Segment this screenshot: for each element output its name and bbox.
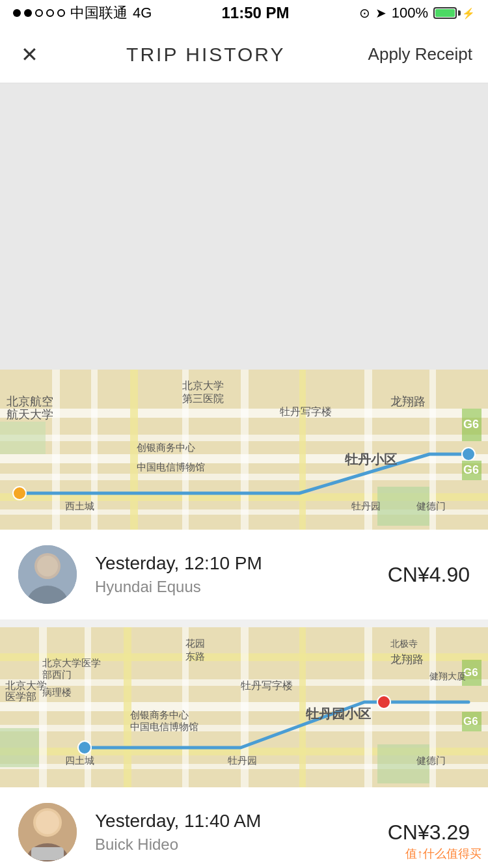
svg-text:北京航空: 北京航空 <box>7 395 53 408</box>
status-left: 中国联通 4G <box>13 3 152 23</box>
svg-text:牡丹小区: 牡丹小区 <box>344 452 397 467</box>
svg-text:牡丹写字楼: 牡丹写字楼 <box>241 680 293 691</box>
svg-rect-11 <box>241 370 249 530</box>
signal-dot-3 <box>35 9 43 17</box>
svg-rect-83 <box>31 847 64 860</box>
trip-vehicle-2: Buick Hideo <box>95 835 388 854</box>
watermark: 值↑什么值得买 <box>405 846 481 861</box>
map-svg-2: 北京大学 医学部 北京大学医学 部西门 病理楼 创银商务中心 中国电信博物馆 花… <box>0 627 488 787</box>
page-title: TRIP HISTORY <box>126 44 285 66</box>
svg-text:中国电信博物馆: 中国电信博物馆 <box>137 461 205 472</box>
status-right: ⊙ ➤ 100% ⚡ <box>359 5 475 21</box>
trip-details-2: Yesterday, 11:40 AM Buick Hideo <box>95 811 388 854</box>
trip-price-2: CN¥3.29 <box>388 821 470 845</box>
svg-text:东路: 东路 <box>185 651 205 662</box>
trip-price-1: CN¥4.90 <box>388 563 470 587</box>
signal-dot-5 <box>57 9 65 17</box>
trip-vehicle-1: Hyundai Equus <box>95 578 388 596</box>
battery-fill <box>435 9 455 17</box>
trip-card-1[interactable]: 北京航空 航天大学 北京大学 第三医院 牡丹写字楼 牡丹小区 创银商务中心 中国… <box>0 370 488 619</box>
svg-text:健德门: 健德门 <box>416 755 446 766</box>
svg-text:龙翔路: 龙翔路 <box>390 395 426 408</box>
svg-text:G6: G6 <box>463 418 479 431</box>
carrier-name: 中国联通 <box>70 3 128 23</box>
svg-text:G6: G6 <box>463 463 479 476</box>
svg-point-82 <box>36 811 59 834</box>
svg-text:医学部: 医学部 <box>5 691 36 702</box>
svg-text:中国电信博物馆: 中国电信博物馆 <box>130 721 198 732</box>
svg-point-57 <box>377 696 390 709</box>
trip-datetime-1: Yesterday, 12:10 PM <box>95 553 388 574</box>
signal-dot-1 <box>13 9 21 17</box>
map-svg-1: 北京航空 航天大学 北京大学 第三医院 牡丹写字楼 牡丹小区 创银商务中心 中国… <box>0 370 488 530</box>
svg-rect-12 <box>299 370 306 530</box>
svg-text:牡丹园: 牡丹园 <box>351 500 381 511</box>
driver-avatar-1 <box>18 545 77 604</box>
svg-rect-7 <box>52 370 60 530</box>
signal-dot-2 <box>24 9 32 17</box>
svg-text:花园: 花园 <box>185 638 205 649</box>
trip-datetime-2: Yesterday, 11:40 AM <box>95 811 388 832</box>
svg-text:健翔大厦: 健翔大厦 <box>429 671 466 681</box>
status-bar: 中国联通 4G 11:50 PM ⊙ ➤ 100% ⚡ <box>0 0 488 26</box>
svg-text:航天大学: 航天大学 <box>7 408 53 421</box>
driver-photo-1 <box>18 545 77 604</box>
lock-icon: ⊙ <box>359 5 370 21</box>
trip-map-1: 北京航空 航天大学 北京大学 第三医院 牡丹写字楼 牡丹小区 创银商务中心 中国… <box>0 370 488 530</box>
driver-photo-2 <box>18 803 77 861</box>
svg-text:龙翔路: 龙翔路 <box>390 653 424 666</box>
svg-point-17 <box>13 487 26 500</box>
battery-percent: 100% <box>392 5 428 21</box>
trip-details-1: Yesterday, 12:10 PM Hyundai Equus <box>95 553 388 596</box>
apply-receipt-button[interactable]: Apply Receipt <box>368 44 472 64</box>
svg-text:部西门: 部西门 <box>42 669 72 680</box>
network-type: 4G <box>133 5 152 21</box>
trip-card-2[interactable]: 北京大学 医学部 北京大学医学 部西门 病理楼 创银商务中心 中国电信博物馆 花… <box>0 627 488 868</box>
svg-rect-54 <box>0 728 39 767</box>
svg-text:G6: G6 <box>463 715 478 727</box>
svg-text:北京大学: 北京大学 <box>182 380 224 391</box>
header: ✕ TRIP HISTORY Apply Receipt <box>0 26 488 83</box>
svg-text:健德门: 健德门 <box>416 500 446 511</box>
svg-rect-51 <box>299 627 306 787</box>
svg-point-38 <box>37 556 58 576</box>
svg-text:四土城: 四土城 <box>65 755 94 766</box>
svg-text:创银商务中心: 创银商务中心 <box>130 709 189 720</box>
location-icon: ➤ <box>375 5 386 21</box>
svg-text:牡丹园小区: 牡丹园小区 <box>305 707 371 721</box>
svg-text:创银商务中心: 创银商务中心 <box>137 442 195 453</box>
svg-text:第三医院: 第三医院 <box>182 393 224 404</box>
svg-text:北京大学医学: 北京大学医学 <box>42 657 101 668</box>
trip-map-2: 北京大学 医学部 北京大学医学 部西门 病理楼 创银商务中心 中国电信博物馆 花… <box>0 627 488 787</box>
trip-info-1: Yesterday, 12:10 PM Hyundai Equus CN¥4.9… <box>0 530 488 619</box>
close-button[interactable]: ✕ <box>16 39 44 70</box>
svg-rect-48 <box>124 627 131 787</box>
signal-dots <box>13 9 65 17</box>
charging-icon: ⚡ <box>462 7 475 20</box>
battery-body <box>433 7 457 19</box>
gray-section <box>0 83 488 370</box>
svg-point-18 <box>462 448 475 461</box>
battery-tip <box>458 10 461 16</box>
svg-rect-46 <box>39 627 47 787</box>
svg-text:牡丹园: 牡丹园 <box>228 755 257 766</box>
svg-text:北极寺: 北极寺 <box>390 638 418 649</box>
signal-dot-4 <box>46 9 54 17</box>
svg-text:西土城: 西土城 <box>65 500 94 511</box>
svg-text:北京大学: 北京大学 <box>5 680 47 691</box>
battery-indicator: ⚡ <box>433 7 475 20</box>
svg-rect-16 <box>0 422 46 454</box>
status-time: 11:50 PM <box>222 4 290 22</box>
driver-avatar-2 <box>18 803 77 861</box>
svg-text:病理楼: 病理楼 <box>42 686 72 698</box>
svg-point-56 <box>78 741 91 754</box>
svg-text:牡丹写字楼: 牡丹写字楼 <box>280 406 332 417</box>
